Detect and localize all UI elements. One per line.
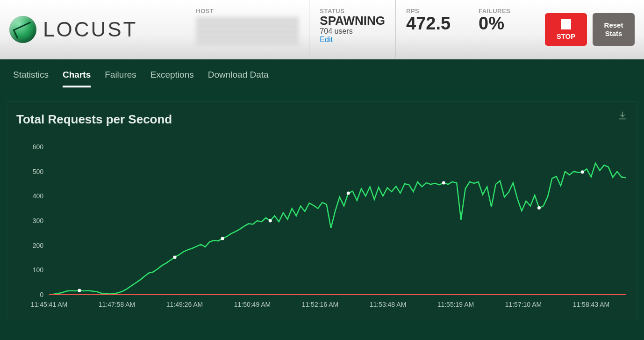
chart-plot-area[interactable]: 010020030040050060011:45:41 AM11:47:58 A… — [49, 147, 626, 295]
svg-text:300: 300 — [33, 217, 44, 224]
svg-text:11:58:43 AM: 11:58:43 AM — [573, 301, 610, 308]
svg-text:400: 400 — [33, 192, 44, 200]
svg-point-19 — [221, 237, 224, 240]
status-value: SPAWNING — [320, 14, 385, 27]
status-metric: STATUS SPAWNING 704 users Edit — [309, 0, 395, 59]
svg-text:11:53:48 AM: 11:53:48 AM — [370, 301, 407, 308]
svg-text:500: 500 — [33, 168, 44, 175]
tab-download-data[interactable]: Download Data — [208, 63, 269, 87]
svg-point-23 — [537, 206, 541, 210]
locust-logo-icon — [9, 16, 36, 43]
svg-text:11:47:58 AM: 11:47:58 AM — [99, 301, 136, 308]
header-buttons: STOP Reset Stats — [540, 0, 644, 59]
tab-statistics[interactable]: Statistics — [13, 63, 49, 87]
svg-point-21 — [347, 192, 350, 195]
svg-point-18 — [173, 255, 177, 259]
svg-text:11:57:10 AM: 11:57:10 AM — [505, 301, 542, 308]
failures-value: 0% — [479, 14, 530, 33]
reset-button-label: Reset Stats — [604, 21, 623, 38]
host-label: HOST — [196, 7, 299, 14]
tab-failures[interactable]: Failures — [105, 63, 136, 87]
svg-text:11:50:49 AM: 11:50:49 AM — [234, 301, 271, 308]
svg-point-17 — [78, 289, 81, 292]
tab-exceptions[interactable]: Exceptions — [150, 63, 194, 87]
users-count: 704 users — [320, 27, 385, 36]
svg-text:200: 200 — [33, 242, 44, 249]
header-metrics: HOST STATUS SPAWNING 704 users Edit RPS … — [150, 0, 644, 59]
svg-point-22 — [442, 181, 445, 184]
svg-text:100: 100 — [33, 266, 44, 274]
stop-button[interactable]: STOP — [545, 13, 587, 46]
stop-button-label: STOP — [557, 32, 576, 40]
host-value-obscured — [196, 16, 299, 44]
svg-text:600: 600 — [33, 143, 44, 151]
stop-icon — [561, 19, 571, 29]
svg-text:11:55:19 AM: 11:55:19 AM — [437, 301, 474, 308]
svg-point-24 — [581, 170, 584, 174]
download-icon[interactable] — [617, 110, 628, 123]
edit-link[interactable]: Edit — [320, 36, 385, 44]
header-bar: LOCUST HOST STATUS SPAWNING 704 users Ed… — [0, 0, 644, 59]
chart-title: Total Requests per Second — [16, 112, 628, 127]
rps-value: 472.5 — [406, 14, 458, 33]
svg-point-20 — [269, 219, 272, 223]
reset-stats-button[interactable]: Reset Stats — [593, 13, 635, 46]
chart-panel: Total Requests per Second 01002003004005… — [7, 101, 637, 321]
app-name: LOCUST — [43, 18, 137, 41]
rps-metric: RPS 472.5 — [395, 0, 468, 59]
nav-tabs: Statistics Charts Failures Exceptions Do… — [0, 59, 644, 87]
host-metric: HOST — [186, 0, 309, 59]
svg-text:11:52:16 AM: 11:52:16 AM — [302, 301, 339, 308]
svg-text:11:45:41 AM: 11:45:41 AM — [31, 301, 68, 308]
svg-text:11:49:26 AM: 11:49:26 AM — [166, 301, 203, 308]
tab-charts[interactable]: Charts — [63, 63, 91, 87]
svg-text:0: 0 — [40, 291, 43, 298]
chart-panel-wrap: Total Requests per Second 01002003004005… — [0, 87, 644, 328]
failures-metric: FAILURES 0% — [468, 0, 540, 59]
logo-block: LOCUST — [0, 0, 150, 59]
